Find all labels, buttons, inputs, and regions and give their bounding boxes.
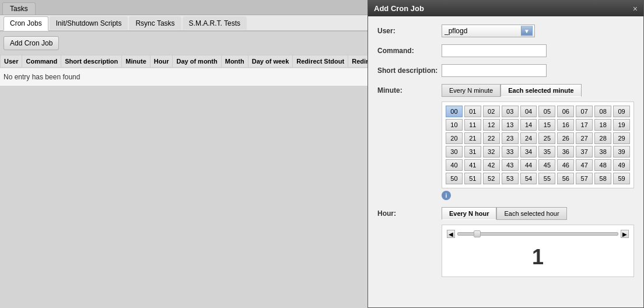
minute-btn-16[interactable]: 16 <box>557 119 574 131</box>
minute-btn-20[interactable]: 20 <box>446 132 463 144</box>
minute-btn-03[interactable]: 03 <box>502 106 519 117</box>
modal-title: Add Cron Job <box>374 4 424 13</box>
minute-btn-23[interactable]: 23 <box>502 132 519 144</box>
minute-btn-33[interactable]: 33 <box>502 146 519 158</box>
minute-btn-05[interactable]: 05 <box>538 106 555 117</box>
hour-slider-track[interactable] <box>457 232 618 236</box>
minute-btn-35[interactable]: 35 <box>538 146 555 158</box>
minute-btn-30[interactable]: 30 <box>446 146 463 158</box>
minute-btn-26[interactable]: 26 <box>557 132 574 144</box>
minute-btn-41[interactable]: 41 <box>464 159 481 171</box>
minute-btn-40[interactable]: 40 <box>446 159 463 171</box>
col-short-desc: Short description <box>61 55 122 68</box>
hour-tab-each-selected[interactable]: Each selected hour <box>496 207 566 220</box>
hour-value: 1 <box>447 243 629 272</box>
minute-btn-07[interactable]: 07 <box>576 106 593 117</box>
short-desc-control <box>442 64 634 77</box>
modal-close-button[interactable]: × <box>633 5 638 13</box>
short-desc-row: Short description: <box>377 64 634 77</box>
minute-btn-17[interactable]: 17 <box>576 119 593 131</box>
minute-btn-55[interactable]: 55 <box>538 173 555 184</box>
minute-btn-49[interactable]: 49 <box>613 159 630 171</box>
tab-smart-tests[interactable]: S.M.A.R.T. Tests <box>183 16 247 30</box>
user-select[interactable]: _pflogd <box>442 24 535 37</box>
minute-btn-00[interactable]: 00 <box>446 106 463 117</box>
minute-btn-29[interactable]: 29 <box>613 132 630 144</box>
add-cron-job-button[interactable]: Add Cron Job <box>4 36 59 50</box>
minute-btn-43[interactable]: 43 <box>502 159 519 171</box>
nav-tabs: Cron Jobs Init/Shutdown Scripts Rsync Ta… <box>0 15 368 32</box>
minute-btn-50[interactable]: 50 <box>446 173 463 184</box>
minute-btn-21[interactable]: 21 <box>464 132 481 144</box>
minute-btn-37[interactable]: 37 <box>576 146 593 158</box>
minute-btn-51[interactable]: 51 <box>464 173 481 184</box>
minute-btn-22[interactable]: 22 <box>483 132 500 144</box>
minute-btn-59[interactable]: 59 <box>613 173 630 184</box>
minute-btn-01[interactable]: 01 <box>464 106 481 117</box>
command-row: Command: <box>377 44 634 57</box>
minute-btn-57[interactable]: 57 <box>576 173 593 184</box>
minute-btn-54[interactable]: 54 <box>520 173 537 184</box>
minute-tab-each-selected[interactable]: Each selected minute <box>501 84 582 97</box>
minute-btn-06[interactable]: 06 <box>557 106 574 117</box>
add-btn-bar: Add Cron Job <box>0 32 368 55</box>
command-control <box>442 44 634 57</box>
tab-rsync-tasks[interactable]: Rsync Tasks <box>129 16 181 30</box>
minute-btn-48[interactable]: 48 <box>594 159 611 171</box>
minute-btn-10[interactable]: 10 <box>446 119 463 131</box>
minute-label: Minute: <box>377 84 442 94</box>
minute-btn-56[interactable]: 56 <box>557 173 574 184</box>
hour-slider-thumb[interactable] <box>474 230 481 237</box>
minute-btn-13[interactable]: 13 <box>502 119 519 131</box>
tasks-tab[interactable]: Tasks <box>2 2 36 15</box>
minute-info-icon[interactable]: i <box>442 191 634 200</box>
minute-btn-32[interactable]: 32 <box>483 146 500 158</box>
minute-btn-58[interactable]: 58 <box>594 173 611 184</box>
hour-tab-every-n[interactable]: Every N hour <box>442 207 496 220</box>
command-input[interactable] <box>442 44 547 57</box>
tasks-tab-bar: Tasks <box>0 0 368 15</box>
minute-btn-39[interactable]: 39 <box>613 146 630 158</box>
minute-btn-44[interactable]: 44 <box>520 159 537 171</box>
minute-btn-31[interactable]: 31 <box>464 146 481 158</box>
minute-btn-45[interactable]: 45 <box>538 159 555 171</box>
minute-btn-04[interactable]: 04 <box>520 106 537 117</box>
minute-btn-15[interactable]: 15 <box>538 119 555 131</box>
minute-row: Minute: Every N minute Each selected min… <box>377 84 634 200</box>
minute-btn-18[interactable]: 18 <box>594 119 611 131</box>
tab-cron-jobs[interactable]: Cron Jobs <box>4 16 48 31</box>
minute-btn-11[interactable]: 11 <box>464 119 481 131</box>
minute-btn-02[interactable]: 02 <box>483 106 500 117</box>
tab-init-shutdown[interactable]: Init/Shutdown Scripts <box>50 16 128 30</box>
minute-btn-53[interactable]: 53 <box>502 173 519 184</box>
minute-btn-09[interactable]: 09 <box>613 106 630 117</box>
minute-btn-12[interactable]: 12 <box>483 119 500 131</box>
user-control: _pflogd ▼ <box>442 24 634 37</box>
minute-btn-36[interactable]: 36 <box>557 146 574 158</box>
minute-btn-47[interactable]: 47 <box>576 159 593 171</box>
minute-tab-every-n[interactable]: Every N minute <box>442 84 501 97</box>
minute-btn-24[interactable]: 24 <box>520 132 537 144</box>
minute-btn-38[interactable]: 38 <box>594 146 611 158</box>
short-desc-input[interactable] <box>442 64 547 77</box>
minute-btn-46[interactable]: 46 <box>557 159 574 171</box>
minute-btn-08[interactable]: 08 <box>594 106 611 117</box>
minute-btn-25[interactable]: 25 <box>538 132 555 144</box>
minute-btn-19[interactable]: 19 <box>613 119 630 131</box>
col-month: Month <box>221 55 248 68</box>
minute-btn-28[interactable]: 28 <box>594 132 611 144</box>
modal-header: Add Cron Job × <box>368 1 643 16</box>
minute-btn-27[interactable]: 27 <box>576 132 593 144</box>
hour-slider-left-arrow[interactable]: ◀ <box>447 230 455 238</box>
minute-btn-14[interactable]: 14 <box>520 119 537 131</box>
minute-btn-52[interactable]: 52 <box>483 173 500 184</box>
col-minute: Minute <box>122 55 150 68</box>
col-command: Command <box>22 55 61 68</box>
user-row: User: _pflogd ▼ <box>377 24 634 37</box>
hour-slider-right-arrow[interactable]: ▶ <box>621 230 629 238</box>
minute-btn-34[interactable]: 34 <box>520 146 537 158</box>
col-redirect-stdout: Redirect Stdout <box>293 55 348 68</box>
no-entry-message: No entry has been found <box>0 68 368 86</box>
user-select-wrapper: _pflogd ▼ <box>442 24 535 37</box>
minute-btn-42[interactable]: 42 <box>483 159 500 171</box>
